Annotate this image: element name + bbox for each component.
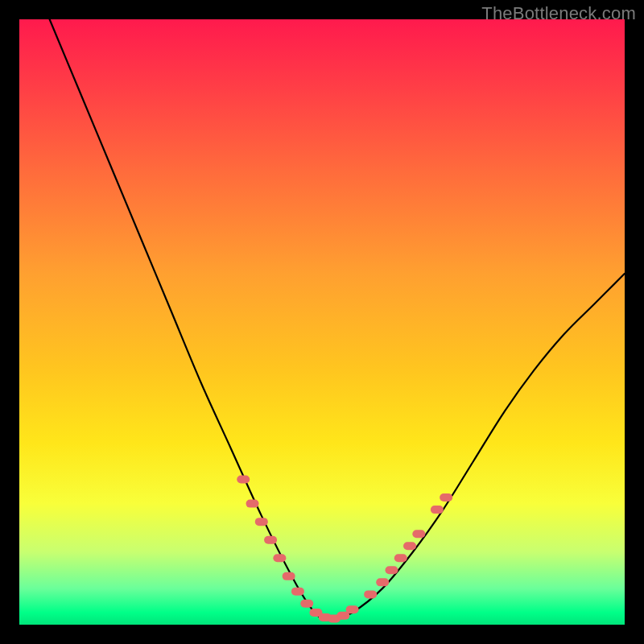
curve-marker xyxy=(376,578,389,586)
curve-marker xyxy=(246,500,259,508)
curve-marker xyxy=(273,554,286,562)
curve-marker xyxy=(431,506,444,514)
curve-marker xyxy=(264,536,277,544)
curve-marker xyxy=(394,554,407,562)
bottleneck-curve xyxy=(19,19,625,625)
curve-marker xyxy=(291,588,304,596)
curve-marker xyxy=(403,542,416,550)
curve-marker xyxy=(440,493,452,502)
curve-marker xyxy=(255,518,268,526)
curve-marker xyxy=(364,590,377,598)
curve-markers xyxy=(237,476,452,623)
curve-marker xyxy=(346,605,359,613)
curve-marker xyxy=(283,572,295,580)
curve-marker xyxy=(300,600,313,608)
curve-marker xyxy=(412,530,425,538)
curve-marker xyxy=(385,566,398,574)
curve-marker xyxy=(237,476,250,484)
curve-line xyxy=(50,19,625,620)
